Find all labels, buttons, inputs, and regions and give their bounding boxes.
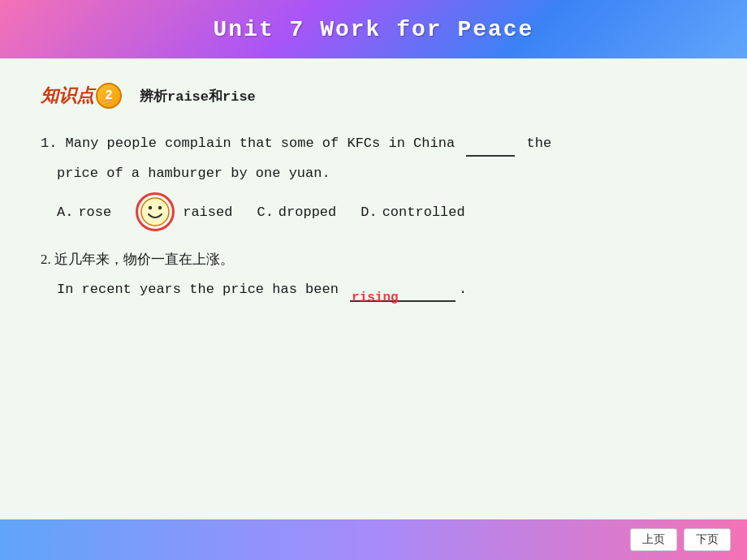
q2-text-en-before: In recent years the price has been [57, 282, 347, 297]
q2-text-zh: 近几年来，物价一直在上涨。 [54, 252, 234, 267]
answer-rising: rising [350, 286, 400, 310]
option-b: raised [136, 192, 232, 231]
option-a-text: rose [78, 205, 111, 220]
question-1-line2: price of a hamburger by one yuan. [57, 162, 706, 187]
option-c: C. dropped [257, 205, 336, 220]
svg-point-2 [158, 206, 162, 209]
next-button[interactable]: 下页 [684, 528, 731, 551]
footer: 上页 下页 [0, 519, 747, 560]
svg-point-0 [141, 198, 169, 226]
svg-point-1 [149, 206, 152, 209]
option-d: D. controlled [361, 205, 464, 220]
header-title: Unit 7 Work for Peace [214, 17, 534, 42]
q1-line2: price of a hamburger by one yuan. [57, 166, 330, 181]
question-2-zh: 2. 近几年来，物价一直在上涨。 [41, 248, 706, 273]
q2-blank: rising [350, 286, 456, 302]
knowledge-header: 知识点 2 辨析raise和rise [41, 83, 706, 109]
smiley-icon [140, 196, 171, 227]
q2-number: 2. [41, 252, 51, 267]
option-c-text: dropped [279, 205, 336, 220]
prev-button[interactable]: 上页 [630, 528, 677, 551]
knowledge-text-zh: 知识点 [41, 84, 94, 108]
header: Unit 7 Work for Peace [0, 0, 747, 58]
q1-blank [466, 140, 515, 157]
question-1: 1. Many people complain that some of KFC… [41, 131, 706, 231]
question-1-text: 1. Many people complain that some of KFC… [41, 131, 706, 157]
option-a-label: A. [57, 205, 73, 220]
q1-text-after: the [518, 136, 551, 151]
main-content: 知识点 2 辨析raise和rise 1. Many people compla… [0, 58, 747, 519]
q1-text-before: Many people complain that some of KFCs i… [66, 136, 464, 151]
question-2: 2. 近几年来，物价一直在上涨。 In recent years the pri… [41, 248, 706, 302]
option-d-label: D. [361, 205, 377, 220]
knowledge-badge: 知识点 2 [41, 83, 122, 109]
option-c-label: C. [257, 205, 273, 220]
question-2-en: In recent years the price has been risin… [57, 278, 706, 303]
option-b-text: raised [183, 205, 232, 220]
option-a: A. rose [57, 205, 111, 220]
options-row: A. rose raised [57, 192, 706, 231]
q1-number: 1. [41, 136, 57, 151]
knowledge-subtitle: 辨析raise和rise [140, 87, 256, 106]
q2-period: . [459, 282, 467, 297]
option-d-text: controlled [382, 205, 465, 220]
knowledge-number: 2 [96, 83, 122, 109]
option-b-circle [136, 192, 175, 231]
